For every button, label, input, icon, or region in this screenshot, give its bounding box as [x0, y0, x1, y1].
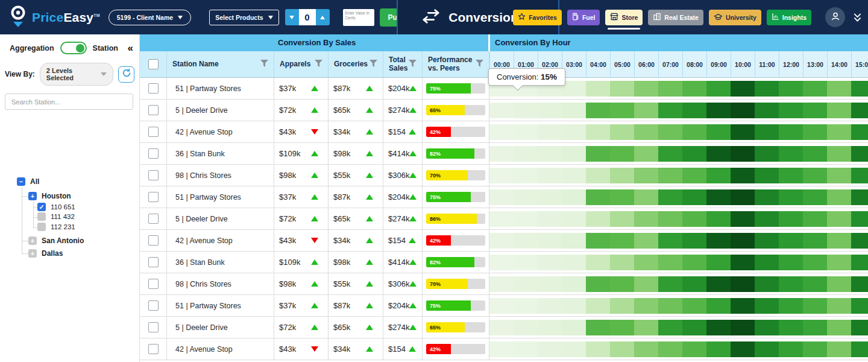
heatmap-cell[interactable] [682, 233, 706, 249]
heatmap-cell[interactable] [489, 189, 514, 205]
heatmap-cell[interactable] [514, 146, 538, 162]
heatmap-cell[interactable] [779, 81, 803, 97]
heatmap-cell[interactable] [682, 124, 706, 140]
heatmap-cell[interactable] [634, 103, 658, 118]
heatmap-cell[interactable] [489, 255, 514, 270]
heatmap-cell[interactable] [706, 168, 731, 183]
heatmap-cell[interactable] [658, 189, 682, 205]
heatmap-cell[interactable] [779, 233, 803, 249]
filter-icon[interactable] [315, 60, 322, 69]
heatmap-cell[interactable] [755, 298, 779, 314]
row-checkbox[interactable] [148, 127, 159, 137]
view-by-dropdown[interactable]: 2 Levels Selected [40, 63, 113, 86]
heatmap-cell[interactable] [731, 211, 755, 227]
heatmap-cell[interactable] [731, 168, 755, 183]
row-checkbox[interactable] [148, 105, 159, 115]
heatmap-cell[interactable] [779, 211, 803, 227]
nav-button-real-estate[interactable]: Real Estate [648, 10, 703, 25]
heatmap-cell[interactable] [731, 124, 755, 140]
tree-item-110-651[interactable]: ✓ 110 651 [37, 203, 75, 211]
heatmap-cell[interactable] [827, 124, 851, 140]
heatmap-cell[interactable] [779, 341, 803, 357]
tree-checkbox-gray[interactable] [37, 223, 46, 231]
heatmap-cell[interactable] [851, 189, 868, 205]
heatmap-cell[interactable] [514, 320, 538, 335]
heatmap-cell[interactable] [538, 298, 562, 314]
heatmap-cell[interactable] [610, 146, 634, 162]
heatmap-cell[interactable] [658, 233, 682, 249]
heatmap-cell[interactable] [706, 341, 731, 357]
heatmap-cell[interactable] [706, 211, 731, 227]
double-chevron-down-icon[interactable] [853, 12, 862, 23]
heatmap-cell[interactable] [489, 211, 514, 227]
heatmap-cell[interactable] [514, 211, 538, 227]
heatmap-cell[interactable] [779, 298, 803, 314]
heatmap-cell[interactable] [634, 233, 658, 249]
tree-checkbox-minus[interactable]: − [17, 177, 25, 186]
heatmap-cell[interactable] [706, 298, 731, 314]
row-checkbox[interactable] [148, 148, 159, 159]
heatmap-cell[interactable] [779, 146, 803, 162]
heatmap-cell[interactable] [610, 81, 634, 97]
heatmap-cell[interactable] [562, 124, 586, 140]
heatmap-cell[interactable] [538, 168, 562, 183]
heatmap-cell[interactable] [586, 146, 610, 162]
heatmap-cell[interactable] [489, 298, 514, 314]
heatmap-cell[interactable] [562, 189, 586, 205]
tree-item-all[interactable]: − All [17, 177, 39, 186]
heatmap-cell[interactable] [803, 211, 827, 227]
filter-icon[interactable] [476, 60, 483, 69]
heatmap-cell[interactable] [755, 320, 779, 335]
heatmap-cell[interactable] [658, 124, 682, 140]
heatmap-cell[interactable] [562, 341, 586, 357]
heatmap-cell[interactable] [682, 255, 706, 270]
heatmap-cell[interactable] [755, 124, 779, 140]
row-checkbox[interactable] [148, 192, 159, 202]
heatmap-cell[interactable] [538, 124, 562, 140]
heatmap-cell[interactable] [682, 146, 706, 162]
heatmap-cell[interactable] [827, 233, 851, 249]
heatmap-cell[interactable] [658, 255, 682, 270]
heatmap-cell[interactable] [755, 168, 779, 183]
heatmap-cell[interactable] [682, 189, 706, 205]
row-checkbox[interactable] [148, 322, 159, 332]
tree-checkbox-plus-gray[interactable]: + [28, 249, 37, 258]
heatmap-cell[interactable] [610, 168, 634, 183]
select-all-checkbox[interactable] [148, 59, 159, 69]
heatmap-cell[interactable] [538, 255, 562, 270]
heatmap-cell[interactable] [827, 81, 851, 97]
stepper-value[interactable]: 0 [299, 9, 316, 25]
heatmap-cell[interactable] [803, 341, 827, 357]
heatmap-cell[interactable] [827, 276, 851, 292]
heatmap-cell[interactable] [851, 168, 868, 183]
heatmap-cell[interactable] [779, 255, 803, 270]
heatmap-cell[interactable] [514, 168, 538, 183]
heatmap-cell[interactable] [586, 189, 610, 205]
heatmap-cell[interactable] [851, 211, 868, 227]
client-dropdown[interactable]: 5199 - Client Name [108, 10, 191, 25]
heatmap-cell[interactable] [634, 124, 658, 140]
tree-item-dallas[interactable]: + Dallas [28, 249, 63, 258]
heatmap-cell[interactable] [803, 124, 827, 140]
heatmap-cell[interactable] [586, 341, 610, 357]
heatmap-cell[interactable] [489, 124, 514, 140]
heatmap-cell[interactable] [731, 320, 755, 335]
heatmap-cell[interactable] [538, 189, 562, 205]
heatmap-cell[interactable] [803, 255, 827, 270]
heatmap-cell[interactable] [682, 320, 706, 335]
heatmap-cell[interactable] [706, 320, 731, 335]
row-checkbox[interactable] [148, 214, 159, 224]
row-checkbox[interactable] [148, 257, 159, 267]
heatmap-cell[interactable] [803, 298, 827, 314]
heatmap-cell[interactable] [706, 146, 731, 162]
heatmap-cell[interactable] [586, 298, 610, 314]
heatmap-cell[interactable] [851, 276, 868, 292]
heatmap-cell[interactable] [610, 341, 634, 357]
heatmap-cell[interactable] [851, 341, 868, 357]
heatmap-cell[interactable] [514, 341, 538, 357]
heatmap-cell[interactable] [562, 168, 586, 183]
user-avatar[interactable] [825, 7, 845, 27]
row-checkbox[interactable] [148, 279, 159, 289]
heatmap-cell[interactable] [731, 189, 755, 205]
heatmap-cell[interactable] [634, 298, 658, 314]
